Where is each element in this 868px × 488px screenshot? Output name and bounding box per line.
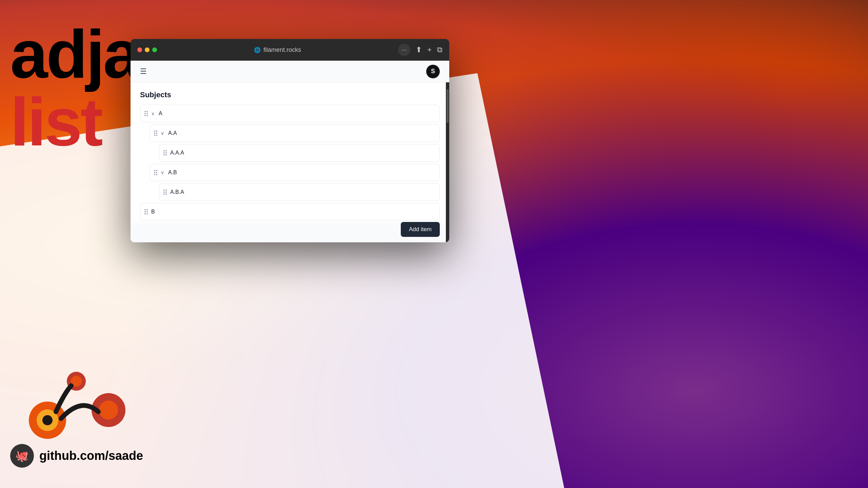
- browser-share-button[interactable]: ⬆: [416, 45, 422, 54]
- chevron-down-icon[interactable]: ∨: [161, 130, 164, 136]
- item-label: B: [151, 209, 155, 215]
- add-item-button[interactable]: Add item: [401, 222, 440, 237]
- list-item[interactable]: A.A.A: [159, 144, 440, 162]
- browser-traffic-lights: [137, 47, 157, 52]
- list-item[interactable]: ∨ A: [140, 105, 440, 122]
- panel-content: Subjects ∨ A: [131, 82, 449, 229]
- browser-window: 🌐 filament.rocks ··· ⬆ + ⧉ ☰ S Subjects: [131, 39, 449, 242]
- browser-url-text: filament.rocks: [263, 46, 301, 54]
- chevron-down-icon[interactable]: ∨: [161, 170, 164, 175]
- svg-point-4: [99, 401, 118, 420]
- globe-icon: 🌐: [254, 47, 261, 53]
- more-icon: ···: [402, 46, 407, 54]
- browser-content: ☰ S Subjects ∨ A: [131, 61, 449, 242]
- svg-point-2: [42, 415, 53, 425]
- adjacency-list: ∨ A ∨ A.A: [140, 105, 440, 221]
- panel-footer: Add item: [131, 217, 449, 242]
- github-avatar: 🐙: [10, 444, 34, 468]
- item-label: A: [159, 110, 162, 117]
- chevron-down-icon[interactable]: ∨: [151, 111, 155, 116]
- user-avatar[interactable]: S: [426, 65, 440, 78]
- browser-new-tab-button[interactable]: +: [427, 45, 432, 54]
- browser-titlebar: 🌐 filament.rocks ··· ⬆ + ⧉: [131, 39, 449, 61]
- item-label: A.B: [168, 169, 177, 176]
- github-url: github.com/saade: [39, 449, 143, 463]
- filament-panel: ☰ S Subjects ∨ A: [131, 61, 449, 242]
- browser-copy-button[interactable]: ⧉: [437, 45, 442, 54]
- scrollbar[interactable]: [446, 82, 449, 242]
- browser-actions: ··· ⬆ + ⧉: [398, 44, 442, 56]
- item-label: A.A.A: [170, 150, 184, 156]
- drag-handle[interactable]: [163, 189, 167, 195]
- navbar: ☰ S: [131, 61, 449, 82]
- list-item[interactable]: ∨ A.A: [150, 124, 440, 142]
- browser-close-dot[interactable]: [137, 47, 142, 52]
- browser-maximize-dot[interactable]: [152, 47, 157, 52]
- list-item[interactable]: A.B.A: [159, 183, 440, 201]
- drag-handle[interactable]: [144, 209, 148, 215]
- drag-handle[interactable]: [154, 130, 157, 136]
- browser-url-bar[interactable]: 🌐 filament.rocks: [161, 46, 394, 54]
- scrollbar-thumb[interactable]: [447, 89, 449, 123]
- page-title: Subjects: [140, 90, 440, 99]
- list-item[interactable]: ∨ A.B: [150, 164, 440, 181]
- git-decoration-icon: [17, 366, 139, 454]
- item-label: A.A: [168, 130, 177, 136]
- drag-handle[interactable]: [144, 111, 148, 116]
- item-label: A.B.A: [170, 189, 184, 195]
- drag-handle[interactable]: [154, 170, 157, 175]
- browser-minimize-dot[interactable]: [145, 47, 150, 52]
- drag-handle[interactable]: [163, 150, 167, 156]
- browser-more-button[interactable]: ···: [398, 44, 410, 56]
- menu-icon[interactable]: ☰: [140, 67, 147, 76]
- github-link[interactable]: 🐙 github.com/saade: [10, 444, 143, 468]
